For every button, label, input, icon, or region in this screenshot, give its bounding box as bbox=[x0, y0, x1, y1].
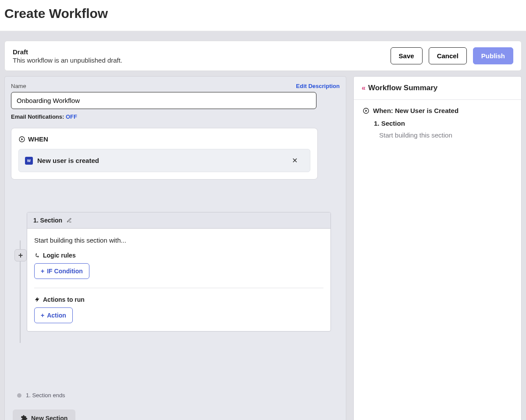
content-area: Name Edit Description Email Notification… bbox=[4, 76, 522, 420]
section-ends-marker: 1. Section ends bbox=[17, 392, 65, 399]
email-notifications-label: Email Notifications: bbox=[11, 113, 64, 120]
logic-rules-label: Logic rules bbox=[34, 252, 323, 259]
actions-to-run-text: Actions to run bbox=[43, 296, 85, 303]
add-action-button[interactable]: + Action bbox=[34, 307, 73, 323]
action-text: Action bbox=[47, 312, 66, 319]
section-header[interactable]: 1. Section bbox=[27, 212, 331, 229]
status-subtitle: This workflow is an unpublished draft. bbox=[13, 56, 391, 64]
status-title: Draft bbox=[13, 48, 391, 56]
name-row: Name Edit Description bbox=[11, 83, 340, 89]
summary-panel: « Workflow Summary When: New User is Cre… bbox=[353, 76, 522, 420]
if-condition-text: IF Condition bbox=[47, 268, 83, 275]
name-label: Name bbox=[11, 83, 26, 89]
page-title: Create Workflow bbox=[4, 6, 522, 21]
play-icon bbox=[18, 136, 25, 143]
collapse-summary-icon[interactable]: « bbox=[362, 84, 364, 92]
add-step-button[interactable]: + bbox=[14, 249, 27, 261]
editor-panel: Name Edit Description Email Notification… bbox=[4, 76, 346, 420]
summary-title: Workflow Summary bbox=[368, 84, 437, 92]
summary-header: « Workflow Summary bbox=[354, 77, 521, 100]
summary-when-text: When: New User is Created bbox=[373, 107, 458, 114]
section-ends-text: 1. Section ends bbox=[26, 392, 65, 399]
page-title-bar: Create Workflow bbox=[0, 0, 526, 31]
actions-to-run-label: Actions to run bbox=[34, 296, 323, 303]
summary-body: When: New User is Created 1. Section Sta… bbox=[354, 100, 521, 146]
publish-button[interactable]: Publish bbox=[473, 47, 513, 64]
plus-icon: + bbox=[41, 268, 44, 275]
when-heading-text: WHEN bbox=[28, 135, 48, 143]
trigger-pill[interactable]: w New user is created ✕ bbox=[18, 149, 310, 172]
status-bar: Draft This workflow is an unpublished dr… bbox=[4, 41, 522, 71]
when-heading: WHEN bbox=[18, 135, 310, 143]
remove-trigger-button[interactable]: ✕ bbox=[288, 155, 301, 166]
plus-icon: + bbox=[41, 312, 44, 319]
section-header-label: 1. Section bbox=[33, 217, 62, 224]
section-hint: Start building this section with... bbox=[34, 236, 323, 244]
add-if-condition-button[interactable]: + IF Condition bbox=[34, 263, 89, 279]
summary-section-row[interactable]: 1. Section bbox=[374, 120, 512, 127]
new-section-text: New Section bbox=[31, 415, 68, 420]
workflow-name-input[interactable] bbox=[11, 92, 316, 109]
logic-rules-text: Logic rules bbox=[43, 252, 76, 259]
lightning-icon bbox=[34, 296, 40, 303]
new-section-button[interactable]: New Section bbox=[13, 409, 75, 420]
save-button[interactable]: Save bbox=[391, 47, 423, 64]
edit-description-link[interactable]: Edit Description bbox=[296, 83, 340, 89]
email-notifications-toggle[interactable]: OFF bbox=[66, 113, 77, 120]
logic-icon bbox=[34, 252, 40, 258]
summary-section-hint: Start building this section bbox=[379, 131, 512, 139]
summary-section-text: 1. Section bbox=[374, 120, 405, 127]
status-info: Draft This workflow is an unpublished dr… bbox=[13, 48, 391, 64]
summary-when-row[interactable]: When: New User is Created bbox=[363, 107, 512, 114]
play-icon bbox=[363, 107, 370, 114]
edit-icon[interactable] bbox=[67, 218, 72, 223]
separator bbox=[34, 288, 323, 288]
section-card: 1. Section Start building this section w… bbox=[27, 212, 331, 332]
status-actions: Save Cancel Publish bbox=[391, 47, 513, 64]
timeline-dot-icon bbox=[17, 393, 21, 398]
cancel-button[interactable]: Cancel bbox=[429, 47, 467, 64]
when-card: WHEN w New user is created ✕ bbox=[11, 128, 318, 180]
puzzle-icon bbox=[21, 415, 28, 420]
email-notifications-row: Email Notifications: OFF bbox=[11, 113, 340, 120]
section-body: Start building this section with... Logi… bbox=[27, 229, 331, 331]
trigger-text: New user is created bbox=[37, 157, 284, 164]
app-icon: w bbox=[25, 157, 33, 165]
